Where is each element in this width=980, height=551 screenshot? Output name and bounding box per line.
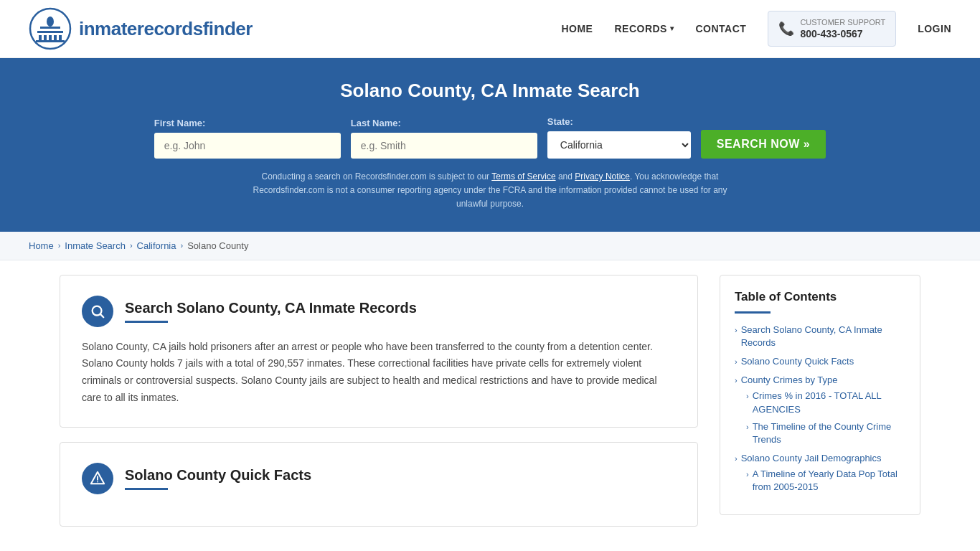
toc-item: ›Search Solano County, CA Inmate Records: [735, 324, 905, 349]
chevron-right-icon: ›: [735, 453, 738, 464]
toc-subitem: ›Crimes % in 2016 - TOTAL ALL AGENCIES: [746, 390, 905, 415]
state-select[interactable]: AlabamaAlaskaArizonaArkansasCaliforniaCo…: [547, 131, 691, 159]
section-header-quickfacts: Solano County Quick Facts: [82, 463, 676, 494]
breadcrumb-sep-1: ›: [58, 241, 61, 250]
toc-link[interactable]: ›Solano County Quick Facts: [735, 355, 905, 368]
toc-sublink[interactable]: ›Crimes % in 2016 - TOTAL ALL AGENCIES: [746, 390, 905, 415]
svg-rect-6: [49, 35, 52, 41]
first-name-group: First Name:: [154, 118, 341, 159]
search-circle-icon: [82, 296, 113, 327]
svg-rect-7: [54, 35, 57, 41]
chevron-right-icon: ›: [746, 422, 749, 433]
chevron-right-icon: ›: [735, 375, 738, 386]
toc-list: ›Search Solano County, CA Inmate Records…: [735, 324, 905, 494]
tos-link[interactable]: Terms of Service: [491, 171, 555, 182]
section-title: Search Solano County, CA Inmate Records: [125, 300, 417, 316]
logo[interactable]: inmaterecordsfinder: [29, 7, 253, 50]
inmate-records-section: Search Solano County, CA Inmate Records …: [60, 275, 698, 428]
breadcrumb-current: Solano County: [187, 240, 248, 251]
support-text: CUSTOMER SUPPORT 800-433-0567: [800, 17, 885, 40]
toc-subitem: ›A Timeline of Yearly Data Pop Total fro…: [746, 468, 905, 494]
breadcrumb-inmate-search[interactable]: Inmate Search: [65, 240, 126, 251]
nav-home[interactable]: HOME: [561, 23, 593, 34]
state-label: State:: [547, 116, 573, 127]
phone-icon: 📞: [778, 21, 794, 37]
hero-disclaimer: Conducting a search on Recordsfinder.com…: [246, 170, 734, 212]
chevron-right-icon: ›: [735, 325, 738, 336]
search-button[interactable]: SEARCH NOW »: [701, 130, 826, 159]
customer-support: 📞 CUSTOMER SUPPORT 800-433-0567: [768, 11, 896, 47]
search-form: First Name: Last Name: State: AlabamaAla…: [29, 116, 951, 159]
main-nav: HOME RECORDS ▾ CONTACT 📞 CUSTOMER SUPPOR…: [561, 11, 951, 47]
nav-records[interactable]: RECORDS ▾: [614, 23, 674, 34]
warning-circle-icon: [82, 463, 113, 494]
hero-section: Solano County, CA Inmate Search First Na…: [0, 58, 980, 232]
toc-item: ›Solano County Jail Demographics›A Timel…: [735, 452, 905, 494]
toc-link[interactable]: ›County Crimes by Type: [735, 374, 905, 387]
svg-rect-9: [36, 40, 65, 42]
toc-box: Table of Contents ›Search Solano County,…: [720, 275, 920, 515]
svg-point-13: [97, 481, 98, 482]
first-name-label: First Name:: [154, 118, 206, 128]
privacy-link[interactable]: Privacy Notice: [575, 171, 630, 182]
chevron-right-icon: ›: [746, 391, 749, 402]
section-header-inmate: Search Solano County, CA Inmate Records: [82, 296, 676, 327]
toc-sublink[interactable]: ›A Timeline of Yearly Data Pop Total fro…: [746, 468, 905, 494]
site-header: inmaterecordsfinder HOME RECORDS ▾ CONTA…: [0, 0, 980, 58]
svg-line-11: [100, 314, 103, 317]
toc-divider: [735, 311, 771, 314]
nav-contact[interactable]: CONTACT: [695, 23, 746, 34]
svg-rect-4: [39, 35, 42, 41]
section-title-wrap: Search Solano County, CA Inmate Records: [125, 300, 417, 323]
toc-item: ›County Crimes by Type›Crimes % in 2016 …: [735, 374, 905, 446]
toc-link[interactable]: ›Solano County Jail Demographics: [735, 452, 905, 465]
toc-subitem: ›The Timeline of the County Crime Trends: [746, 420, 905, 446]
last-name-label: Last Name:: [351, 118, 401, 128]
svg-rect-2: [40, 27, 60, 29]
title-underline-qf: [125, 488, 168, 490]
section-body: Solano County, CA jails hold prisoners a…: [82, 339, 676, 407]
breadcrumb-sep-3: ›: [181, 241, 184, 250]
records-chevron-icon: ▾: [670, 24, 674, 32]
main-content: Search Solano County, CA Inmate Records …: [31, 260, 949, 551]
sidebar: Table of Contents ›Search Solano County,…: [720, 275, 920, 515]
svg-point-1: [47, 17, 54, 27]
chevron-right-icon: ›: [735, 357, 738, 367]
hero-title: Solano County, CA Inmate Search: [29, 80, 951, 102]
chevron-right-icon: ›: [746, 469, 749, 480]
section-title-wrap-qf: Solano County Quick Facts: [125, 467, 311, 490]
first-name-input[interactable]: [154, 133, 341, 159]
quick-facts-section: Solano County Quick Facts: [60, 442, 698, 527]
svg-rect-5: [44, 35, 47, 41]
state-group: State: AlabamaAlaskaArizonaArkansasCalif…: [547, 116, 691, 159]
breadcrumb: Home › Inmate Search › California › Sola…: [0, 232, 980, 260]
toc-sublist: ›A Timeline of Yearly Data Pop Total fro…: [735, 468, 905, 494]
quick-facts-title: Solano County Quick Facts: [125, 467, 311, 484]
content-area: Search Solano County, CA Inmate Records …: [60, 275, 720, 541]
toc-sublist: ›Crimes % in 2016 - TOTAL ALL AGENCIES›T…: [735, 390, 905, 446]
svg-rect-3: [37, 31, 63, 33]
toc-sublink[interactable]: ›The Timeline of the County Crime Trends: [746, 420, 905, 446]
toc-item: ›Solano County Quick Facts: [735, 355, 905, 368]
breadcrumb-california[interactable]: California: [137, 240, 176, 251]
logo-icon: [29, 7, 72, 50]
last-name-input[interactable]: [351, 133, 537, 159]
breadcrumb-home[interactable]: Home: [29, 240, 54, 251]
login-button[interactable]: LOGIN: [918, 23, 951, 34]
toc-title: Table of Contents: [735, 290, 905, 304]
logo-text: inmaterecordsfinder: [79, 18, 253, 40]
svg-rect-8: [59, 35, 62, 41]
toc-link[interactable]: ›Search Solano County, CA Inmate Records: [735, 324, 905, 349]
breadcrumb-sep-2: ›: [130, 241, 133, 250]
title-underline: [125, 321, 168, 323]
last-name-group: Last Name:: [351, 118, 537, 159]
